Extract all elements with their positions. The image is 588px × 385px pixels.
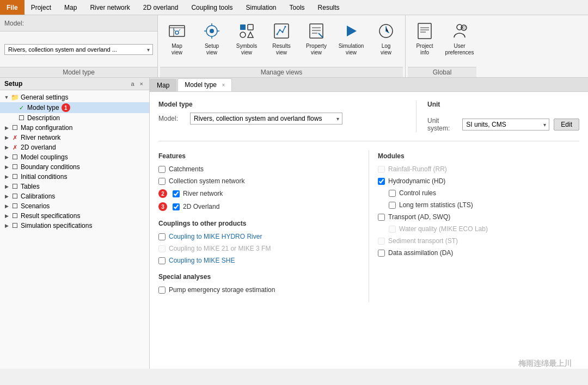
result-specs-icon: ☐ bbox=[11, 212, 19, 220]
sidebar-label-tables: Tables bbox=[21, 183, 40, 190]
toolbar-simulation-view[interactable]: Simulationview bbox=[334, 18, 368, 59]
menu-river-network[interactable]: River network bbox=[83, 0, 136, 15]
sidebar-item-model-type[interactable]: ✓ Model type 1 bbox=[0, 102, 149, 113]
module-rr: Rainfall-Runoff (RR) bbox=[378, 165, 579, 173]
tab-map[interactable]: Map bbox=[150, 79, 176, 91]
toolbar-symbols-view-label: Symbolsview bbox=[236, 43, 257, 56]
sidebar-item-tables[interactable]: ▶ ☐ Tables bbox=[0, 182, 149, 191]
sidebar-item-calibrations[interactable]: ▶ ☐ Calibrations bbox=[0, 191, 149, 201]
sidebar-item-initial[interactable]: ▶ ☐ Initial conditions bbox=[0, 172, 149, 182]
modules-column: Modules Rainfall-Runoff (RR) Hydrodynami… bbox=[369, 150, 579, 302]
module-hd[interactable]: Hydrodynamic (HD) bbox=[378, 177, 579, 185]
sidebar-label-description: Description bbox=[27, 114, 60, 122]
calibrations-icon: ☐ bbox=[11, 192, 19, 200]
project-info-icon bbox=[415, 21, 434, 41]
sidebar-item-boundary[interactable]: ▶ ☐ Boundary conditions bbox=[0, 162, 149, 172]
manage-views-label: Manage views bbox=[261, 69, 303, 76]
sidebar-item-2d-overland[interactable]: ▶ ✗ 2D overland bbox=[0, 142, 149, 152]
sidebar-label-2d-overland: 2D overland bbox=[21, 144, 56, 151]
menu-map[interactable]: Map bbox=[58, 0, 83, 15]
sidebar-item-sim-specs[interactable]: ▶ ☐ Simulation specifications bbox=[0, 221, 149, 231]
model-type-select[interactable]: Rivers, collection system and overland .… bbox=[4, 44, 153, 55]
unit-select-wrapper: SI units, CMS bbox=[462, 119, 549, 131]
expand-icon7: ▶ bbox=[3, 173, 10, 180]
toolbar-project-info[interactable]: Projectinfo bbox=[408, 18, 442, 59]
sidebar-item-model-couplings[interactable]: ▶ ☐ Model couplings bbox=[0, 152, 149, 162]
special-pump[interactable]: Pump emergency storage estimation bbox=[158, 286, 360, 294]
tab-close-icon[interactable]: × bbox=[222, 82, 225, 88]
sidebar-item-general-settings[interactable]: ▼ 📁 General settings bbox=[0, 92, 149, 102]
map-view-icon bbox=[167, 21, 187, 41]
sidebar-close[interactable]: × bbox=[138, 80, 145, 87]
model-type-badge: 1 bbox=[62, 103, 70, 112]
sidebar-item-river-network[interactable]: ▶ ✗ River network bbox=[0, 133, 149, 142]
unit-dropdown[interactable]: SI units, CMS bbox=[462, 119, 549, 131]
svg-point-11 bbox=[282, 32, 284, 33]
toolbar-log-view[interactable]: Logview bbox=[369, 18, 403, 59]
sidebar-item-scenarios[interactable]: ▶ ☐ Scenarios bbox=[0, 201, 149, 211]
unit-system-label: Unit system: bbox=[427, 117, 458, 132]
river-badge: 2 bbox=[158, 189, 167, 198]
menu-tools[interactable]: Tools bbox=[283, 0, 311, 15]
sidebar: Setup a × ▼ 📁 General settings ✓ Model t… bbox=[0, 78, 150, 369]
sidebar-item-map-config[interactable]: ▶ ☐ Map configuration bbox=[0, 123, 149, 133]
module-control-rules[interactable]: Control rules bbox=[378, 189, 579, 197]
unit-panel: Unit Unit system: SI units, CMS Edit bbox=[416, 101, 579, 132]
menu-file[interactable]: File bbox=[0, 0, 24, 15]
module-transport[interactable]: Transport (AD, SWQ) bbox=[378, 213, 579, 221]
results-view-icon bbox=[272, 21, 291, 41]
toolbar-map-view[interactable]: Mapview bbox=[160, 18, 194, 59]
svg-rect-16 bbox=[418, 23, 431, 39]
unit-section-title: Unit bbox=[427, 101, 440, 108]
sidebar-item-result-specs[interactable]: ▶ ☐ Result specifications bbox=[0, 211, 149, 221]
feature-catchments[interactable]: Catchments bbox=[158, 165, 360, 173]
model-select-label: Model: bbox=[158, 115, 186, 122]
module-lts[interactable]: Long term statistics (LTS) bbox=[378, 201, 579, 209]
menu-2d-overland[interactable]: 2D overland bbox=[137, 0, 185, 15]
user-preferences-icon bbox=[450, 21, 469, 41]
menu-simulation[interactable]: Simulation bbox=[240, 0, 283, 15]
coupling-mike-she[interactable]: Coupling to MIKE SHE bbox=[158, 257, 360, 264]
left-column: Features Catchments Collection system ne… bbox=[158, 150, 369, 302]
sidebar-item-description[interactable]: ☐ Description bbox=[0, 113, 149, 123]
model-dropdown[interactable]: Rivers, collection system and overland f… bbox=[190, 113, 342, 125]
sidebar-label-general-settings: General settings bbox=[21, 94, 68, 101]
feature-river-network[interactable]: 2 River network bbox=[158, 189, 360, 198]
coupling-mike-hydro[interactable]: Coupling to MIKE HYDRO River bbox=[158, 233, 360, 240]
feature-collection-system[interactable]: Collection system network bbox=[158, 177, 360, 185]
sidebar-label-calibrations: Calibrations bbox=[21, 192, 55, 200]
expand-icon6: ▶ bbox=[3, 164, 10, 170]
toolbar-symbols-view[interactable]: Symbolsview bbox=[230, 18, 264, 59]
model-type-label: Model: bbox=[4, 20, 24, 27]
svg-point-12 bbox=[285, 26, 286, 28]
model-type-panel: Model type Model: Rivers, collection sys… bbox=[158, 101, 405, 132]
expand-icon: ▼ bbox=[3, 94, 10, 101]
special-analyses-section: Special analyses Pump emergency storage … bbox=[158, 273, 360, 294]
menu-results[interactable]: Results bbox=[311, 0, 346, 15]
toolbar-setup-view-label: Setupview bbox=[205, 43, 219, 56]
toolbar-map-view-label: Mapview bbox=[171, 43, 182, 56]
initial-icon: ☐ bbox=[11, 173, 19, 181]
tab-model-type[interactable]: Model type × bbox=[177, 78, 232, 91]
toolbar-property-view[interactable]: Propertyview bbox=[299, 18, 333, 59]
toolbar-setup-view[interactable]: Setupview bbox=[195, 18, 229, 59]
feature-2d-overland[interactable]: 3 2D Overland bbox=[158, 202, 360, 211]
edit-unit-button[interactable]: Edit bbox=[554, 119, 579, 131]
toolbar-user-preferences[interactable]: User preferences bbox=[443, 18, 476, 59]
expand-icon4: ▶ bbox=[3, 144, 10, 151]
sidebar-label-initial: Initial conditions bbox=[21, 173, 67, 181]
module-da[interactable]: Data assimilation (DA) bbox=[378, 249, 579, 257]
model-couplings-icon: ☐ bbox=[11, 153, 19, 161]
menu-project[interactable]: Project bbox=[24, 0, 58, 15]
sidebar-label-result-specs: Result specifications bbox=[21, 212, 80, 220]
expand-icon5: ▶ bbox=[3, 154, 10, 160]
simulation-view-icon bbox=[341, 21, 361, 41]
sidebar-pin[interactable]: a bbox=[129, 80, 136, 87]
svg-marker-7 bbox=[248, 32, 253, 38]
tables-icon: ☐ bbox=[11, 183, 19, 190]
sidebar-title: Setup bbox=[4, 80, 22, 88]
expand-icon11: ▶ bbox=[3, 213, 10, 219]
menu-coupling-tools[interactable]: Coupling tools bbox=[185, 0, 239, 15]
scenarios-icon: ☐ bbox=[11, 202, 19, 210]
toolbar-results-view[interactable]: Resultsview bbox=[265, 18, 298, 59]
